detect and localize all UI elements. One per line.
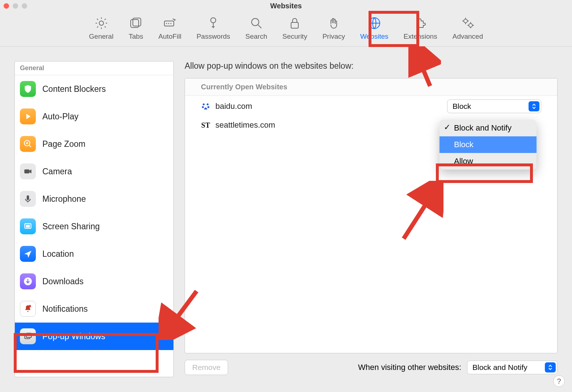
- site-domain: seattletimes.com: [215, 120, 275, 130]
- svg-rect-9: [291, 22, 298, 28]
- tabs-icon: [129, 16, 143, 30]
- sidebar-item-label: Page Zoom: [42, 139, 85, 149]
- chevron-updown-icon: [545, 362, 556, 372]
- sidebar-item-label: Content Blockers: [42, 84, 106, 94]
- select-value: Block: [453, 102, 471, 111]
- sidebar-item-content-blockers[interactable]: Content Blockers: [15, 75, 173, 103]
- sidebar-item-label: Notifications: [42, 304, 88, 314]
- gears-icon: [460, 16, 475, 30]
- svg-point-7: [211, 18, 216, 23]
- sidebar-item-label: Auto-Play: [42, 112, 79, 122]
- tab-passwords[interactable]: Passwords: [194, 14, 232, 42]
- dropdown-option-allow[interactable]: Allow: [439, 153, 537, 170]
- sidebar-item-screen-sharing[interactable]: Screen Sharing: [15, 213, 173, 240]
- sidebar-item-label: Pop-up Windows: [42, 332, 105, 341]
- zoom-icon: [20, 136, 36, 152]
- help-button[interactable]: ?: [553, 375, 565, 387]
- settings-detail-pane: Allow pop-up windows on the websites bel…: [185, 61, 558, 377]
- titlebar: Websites: [0, 0, 572, 12]
- sidebar-item-label: Location: [42, 249, 74, 259]
- site-info: ST seattletimes.com: [201, 120, 275, 130]
- sidebar-list: Content Blockers Auto-Play Page Zoom Cam…: [15, 75, 173, 377]
- tab-privacy[interactable]: Privacy: [320, 14, 347, 42]
- settings-sidebar: General Content Blockers Auto-Play Page …: [14, 61, 174, 377]
- tab-general[interactable]: General: [87, 14, 116, 42]
- gear-icon: [94, 16, 109, 30]
- svg-point-4: [166, 23, 167, 24]
- content-area: General Content Blockers Auto-Play Page …: [0, 47, 572, 384]
- shield-check-icon: [20, 81, 36, 97]
- svg-point-11: [464, 19, 467, 23]
- svg-point-19: [29, 305, 31, 307]
- site-info: baidu.com: [201, 102, 252, 111]
- sidebar-item-downloads[interactable]: Downloads: [15, 268, 173, 295]
- pane-footer: Remove When visiting other websites: Blo…: [185, 358, 558, 377]
- sidebar-item-popup-windows[interactable]: Pop-up Windows: [15, 323, 173, 350]
- svg-point-0: [99, 21, 104, 25]
- sidebar-item-auto-play[interactable]: Auto-Play: [15, 103, 173, 130]
- camera-icon: [20, 163, 36, 179]
- site-domain: baidu.com: [215, 102, 252, 111]
- microphone-icon: [20, 191, 36, 207]
- tab-label: Search: [245, 33, 267, 41]
- site-policy-select[interactable]: Block: [447, 99, 541, 113]
- svg-rect-21: [26, 333, 31, 337]
- sidebar-item-camera[interactable]: Camera: [15, 158, 173, 185]
- svg-rect-14: [24, 170, 29, 174]
- screen-share-icon: [20, 218, 36, 234]
- tab-tabs[interactable]: Tabs: [126, 14, 145, 42]
- svg-point-25: [207, 106, 209, 108]
- sidebar-item-page-zoom[interactable]: Page Zoom: [15, 130, 173, 158]
- baidu-favicon-icon: [201, 102, 210, 111]
- tab-security[interactable]: Security: [280, 14, 310, 42]
- window-title: Websites: [0, 2, 572, 10]
- bell-icon: [20, 301, 36, 317]
- other-websites-select[interactable]: Block and Notify: [467, 361, 558, 374]
- sidebar-item-label: Microphone: [42, 194, 86, 204]
- location-icon: [20, 246, 36, 262]
- tab-label: General: [89, 33, 114, 41]
- svg-point-22: [203, 103, 205, 105]
- sidebar-item-notifications[interactable]: Notifications: [15, 295, 173, 323]
- sidebar-item-location[interactable]: Location: [15, 240, 173, 268]
- tab-extensions[interactable]: Extensions: [401, 14, 439, 42]
- sidebar-item-label: Screen Sharing: [42, 222, 100, 231]
- tab-advanced[interactable]: Advanced: [450, 14, 485, 42]
- lock-icon: [287, 16, 302, 30]
- seattletimes-favicon-icon: ST: [201, 120, 210, 130]
- tab-label: Passwords: [197, 33, 230, 41]
- svg-point-23: [207, 103, 209, 105]
- download-icon: [20, 273, 36, 289]
- globe-icon: [367, 16, 382, 30]
- search-icon: [249, 16, 264, 30]
- tab-label: Security: [282, 33, 307, 41]
- autofill-icon: [163, 16, 177, 30]
- sidebar-section-header: General: [15, 61, 173, 75]
- tab-websites[interactable]: Websites: [358, 14, 391, 42]
- svg-point-8: [252, 18, 259, 26]
- svg-point-6: [171, 23, 172, 24]
- hand-icon: [327, 16, 341, 30]
- dropdown-option-block-and-notify[interactable]: Block and Notify: [439, 120, 537, 136]
- chevron-updown-icon: [529, 101, 539, 111]
- tab-autofill[interactable]: AutoFill: [156, 14, 184, 42]
- dropdown-option-block[interactable]: Block: [439, 136, 537, 153]
- sidebar-item-microphone[interactable]: Microphone: [15, 185, 173, 213]
- svg-point-24: [202, 106, 204, 108]
- site-row[interactable]: baidu.com Block: [185, 96, 557, 117]
- tab-label: Advanced: [453, 33, 483, 41]
- tab-label: Extensions: [404, 33, 437, 41]
- remove-button[interactable]: Remove: [185, 360, 228, 375]
- svg-point-12: [469, 24, 472, 27]
- puzzle-icon: [413, 16, 428, 30]
- tab-label: Websites: [360, 33, 388, 41]
- sidebar-item-label: Downloads: [42, 277, 84, 286]
- svg-rect-15: [27, 195, 29, 200]
- svg-rect-17: [26, 225, 30, 228]
- select-value: Block and Notify: [472, 363, 527, 372]
- key-icon: [206, 16, 220, 30]
- tab-search[interactable]: Search: [243, 14, 269, 42]
- play-icon: [20, 108, 36, 124]
- tab-label: Tabs: [129, 33, 143, 41]
- other-websites-label: When visiting other websites:: [358, 363, 461, 372]
